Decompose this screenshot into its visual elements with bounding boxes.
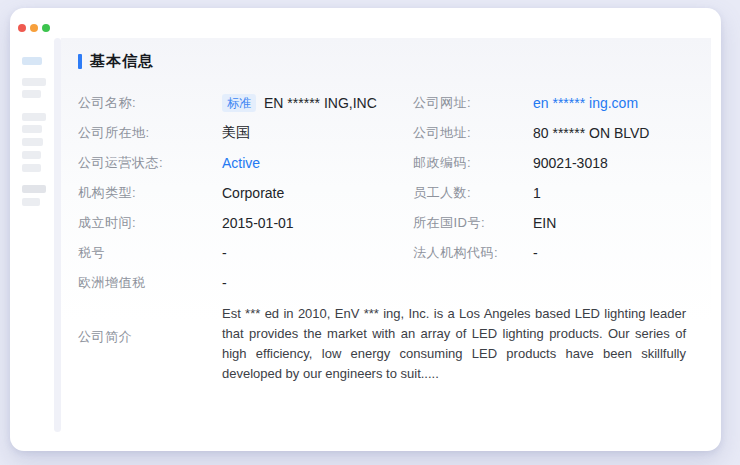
field-label: 法人机构代码: <box>413 244 533 262</box>
field-value: - <box>222 275 413 291</box>
value-text: EIN <box>533 215 556 231</box>
field-label: 所在国ID号: <box>413 214 533 232</box>
value-link[interactable]: Active <box>222 155 260 171</box>
browser-window: 基本信息 公司名称:标准EN ****** ING,INC公司网址:en ***… <box>10 8 721 451</box>
sidebar-skeleton-item <box>22 113 46 121</box>
field-label: 公司运营状态: <box>78 154 222 172</box>
field-value: Corporate <box>222 185 413 201</box>
company-description-text: Est *** ed in 2010, EnV *** ing, Inc. is… <box>222 304 686 384</box>
field-label: 成立时间: <box>78 214 222 232</box>
field-label: 员工人数: <box>413 184 533 202</box>
close-dot <box>18 24 26 32</box>
value-text: 2015-01-01 <box>222 215 294 231</box>
title-accent-bar <box>78 54 82 69</box>
field-label: 公司网址: <box>413 94 533 112</box>
info-rows: 公司名称:标准EN ****** ING,INC公司网址:en ****** i… <box>78 88 691 384</box>
field-value: - <box>222 245 413 261</box>
sidebar-skeleton-item <box>22 138 43 146</box>
field-value: 2015-01-01 <box>222 215 413 231</box>
sidebar-skeleton-item <box>22 164 41 172</box>
value-text: 80 ****** ON BLVD <box>533 125 649 141</box>
field-value: 90021-3018 <box>533 155 691 171</box>
standard-badge: 标准 <box>222 94 256 112</box>
info-row: 成立时间:2015-01-01所在国ID号:EIN <box>78 208 691 238</box>
sidebar-skeleton-item-active <box>22 57 42 65</box>
sidebar-skeleton-item <box>22 198 40 206</box>
value-text: 美国 <box>222 124 250 140</box>
field-label: 机构类型: <box>78 184 222 202</box>
info-row: 公司名称:标准EN ****** ING,INC公司网址:en ****** i… <box>78 88 691 118</box>
company-description-row: 公司简介Est *** ed in 2010, EnV *** ing, Inc… <box>78 304 691 384</box>
sidebar-skeleton-item <box>22 125 42 133</box>
field-label: 邮政编码: <box>413 154 533 172</box>
page-background: { "window": { "dots": [ { "name": "close… <box>0 0 740 465</box>
field-label: 公司名称: <box>78 94 222 112</box>
field-label: 税号 <box>78 244 222 262</box>
sidebar-skeleton-item <box>22 90 41 98</box>
sidebar-divider <box>54 38 61 432</box>
value-text: EN ****** ING,INC <box>264 95 377 111</box>
page-title: 基本信息 <box>90 52 154 71</box>
field-value: 1 <box>533 185 691 201</box>
minimize-dot <box>30 24 38 32</box>
value-text: 1 <box>533 185 541 201</box>
info-row: 税号-法人机构代码:- <box>78 238 691 268</box>
value-text: - <box>222 275 227 291</box>
field-label: 公司简介 <box>78 304 222 346</box>
field-value: Active <box>222 155 413 171</box>
info-row: 公司运营状态:Active邮政编码:90021-3018 <box>78 148 691 178</box>
window-controls <box>18 24 50 32</box>
value-text: - <box>222 245 227 261</box>
field-label: 公司地址: <box>413 124 533 142</box>
field-value: 80 ****** ON BLVD <box>533 125 691 141</box>
value-text: 90021-3018 <box>533 155 608 171</box>
field-value: 标准EN ****** ING,INC <box>222 94 413 112</box>
value-text: - <box>533 245 538 261</box>
field-value: EIN <box>533 215 691 231</box>
info-row: 欧洲增值税- <box>78 268 691 298</box>
basic-info-panel: 基本信息 公司名称:标准EN ****** ING,INC公司网址:en ***… <box>61 38 711 432</box>
sidebar-skeleton-item <box>22 78 46 86</box>
field-value: - <box>533 245 691 261</box>
value-link[interactable]: en ****** ing.com <box>533 95 638 111</box>
value-text: Corporate <box>222 185 284 201</box>
field-label: 公司所在地: <box>78 124 222 142</box>
section-header: 基本信息 <box>78 52 154 71</box>
info-row: 机构类型:Corporate员工人数:1 <box>78 178 691 208</box>
sidebar-skeleton-item <box>22 185 46 193</box>
field-label: 欧洲增值税 <box>78 274 222 292</box>
info-row: 公司所在地:美国公司地址:80 ****** ON BLVD <box>78 118 691 148</box>
field-value: 美国 <box>222 124 413 142</box>
sidebar-skeleton-item <box>22 151 41 159</box>
zoom-dot <box>42 24 50 32</box>
field-value: en ****** ing.com <box>533 95 691 111</box>
